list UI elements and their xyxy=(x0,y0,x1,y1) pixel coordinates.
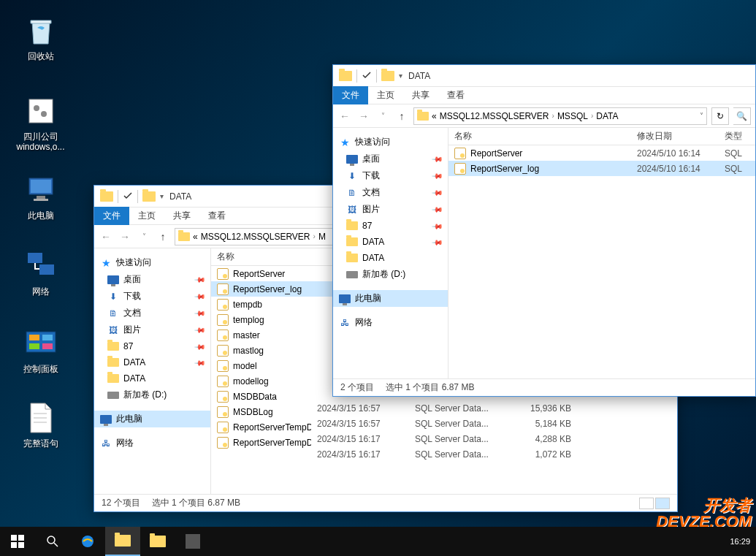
file-name: templog xyxy=(233,315,264,325)
nav-pictures[interactable]: 🖼图片📌 xyxy=(333,201,448,218)
system-tray[interactable]: 16:29 xyxy=(730,537,756,546)
forward-button[interactable]: → xyxy=(356,109,371,123)
file-type: SQL Server Data... xyxy=(409,449,504,460)
control-panel-icon[interactable]: 控制面板 xyxy=(13,326,68,374)
status-bar: 2 个项目 选中 1 个项目 6.87 MB xyxy=(333,378,755,396)
explorer-taskbar-icon[interactable] xyxy=(105,527,140,556)
checkmark-dropdown-icon[interactable] xyxy=(362,71,372,81)
file-type: SQL Server Data... xyxy=(409,419,504,429)
nav-this-pc[interactable]: 此电脑 xyxy=(94,411,210,427)
col-name[interactable]: 名称 xyxy=(448,130,631,142)
up-button[interactable]: ↑ xyxy=(394,109,409,123)
file-list[interactable]: ReportServer2024/5/10 16:14SQLReportServ… xyxy=(448,145,755,378)
titlebar[interactable]: ▾ DATA xyxy=(333,65,755,87)
file-row[interactable]: 2024/3/15 16:57SQL Server Data...5,184 K… xyxy=(311,416,676,431)
partial-file-rows: 2024/3/15 16:57SQL Server Data...15,936 … xyxy=(311,400,676,462)
navigation-pane[interactable]: ★快速访问 桌面📌 ⬇下载📌 🗎文档📌 🖼图片📌 87📌 DATA📌 DATA … xyxy=(94,248,211,494)
network-icon: 🖧 xyxy=(339,317,351,329)
tab-home[interactable]: 主页 xyxy=(368,86,403,104)
back-button[interactable]: ← xyxy=(337,109,352,123)
pin-icon: 📌 xyxy=(194,307,206,319)
database-file-icon xyxy=(217,299,229,311)
recent-dropdown[interactable]: ˅ xyxy=(375,109,390,123)
network-icon[interactable]: 网络 xyxy=(13,248,68,297)
taskbar[interactable]: 16:29 xyxy=(0,527,756,556)
file-row[interactable]: ReportServer_log2024/5/10 16:14SQL xyxy=(448,161,755,176)
nav-documents[interactable]: 🗎文档📌 xyxy=(94,305,210,321)
svg-rect-12 xyxy=(29,343,39,349)
nav-pictures[interactable]: 🖼图片📌 xyxy=(94,321,210,338)
database-file-icon xyxy=(217,437,229,449)
nav-folder-data[interactable]: DATA xyxy=(94,370,210,386)
column-headers[interactable]: 名称 修改日期 类型 xyxy=(448,128,755,145)
refresh-button[interactable]: ↻ xyxy=(711,107,729,125)
file-row[interactable]: ReportServer2024/5/10 16:14SQL xyxy=(448,145,755,161)
folder-icon xyxy=(346,237,358,246)
pin-icon: 📌 xyxy=(194,357,206,368)
tab-view[interactable]: 查看 xyxy=(438,86,473,104)
dropdown-icon[interactable]: ▾ xyxy=(399,72,402,80)
path-dropdown-icon[interactable]: ˅ xyxy=(700,112,703,120)
nav-folder-data[interactable]: DATA📌 xyxy=(333,234,448,250)
back-button[interactable]: ← xyxy=(99,229,113,244)
file-row[interactable]: 2024/3/15 16:17SQL Server Data...4,288 K… xyxy=(311,431,676,446)
tab-share[interactable]: 共享 xyxy=(164,207,199,225)
search-button[interactable]: 🔍 xyxy=(733,107,751,125)
start-button[interactable] xyxy=(0,527,35,556)
nav-network[interactable]: 🖧网络 xyxy=(333,314,448,331)
view-details-button[interactable] xyxy=(639,498,654,509)
this-pc-icon[interactable]: 此电脑 xyxy=(13,172,68,221)
nav-documents[interactable]: 🗎文档📌 xyxy=(333,184,448,201)
nav-drive[interactable]: 新加卷 (D:) xyxy=(333,266,448,283)
nav-folder-data[interactable]: DATA📌 xyxy=(94,354,210,370)
recycle-bin-icon[interactable]: 回收站 xyxy=(13,13,68,61)
svg-rect-17 xyxy=(11,535,17,541)
tab-share[interactable]: 共享 xyxy=(403,86,438,104)
text-file-icon[interactable]: 完整语句 xyxy=(13,400,68,449)
app-taskbar-icon[interactable] xyxy=(175,527,210,556)
nav-quick-access[interactable]: ★快速访问 xyxy=(94,254,210,271)
nav-downloads[interactable]: ⬇下载📌 xyxy=(94,288,210,305)
nav-this-pc[interactable]: 此电脑 xyxy=(333,290,448,307)
file-name: MSDBData xyxy=(233,392,277,402)
nav-quick-access[interactable]: ★快速访问 xyxy=(333,134,448,151)
clock[interactable]: 16:29 xyxy=(730,537,750,546)
file-name: modellog xyxy=(233,376,269,386)
breadcrumb[interactable]: « MSSQL12.MSSQLSERVER › MSSQL › DATA ˅ xyxy=(413,107,707,125)
nav-desktop[interactable]: 桌面📌 xyxy=(94,271,210,288)
download-icon: ⬇ xyxy=(346,170,358,182)
ie-taskbar-icon[interactable] xyxy=(70,527,105,556)
nav-drive[interactable]: 新加卷 (D:) xyxy=(94,386,210,403)
col-type[interactable]: 类型 xyxy=(719,130,755,142)
file-date: 2024/3/15 16:57 xyxy=(311,403,409,414)
explorer-window-2[interactable]: ▾ DATA 文件 主页 共享 查看 ← → ˅ ↑ « MSSQL12.MSS… xyxy=(332,64,756,397)
navigation-pane[interactable]: ★快速访问 桌面📌 ⬇下载📌 🗎文档📌 🖼图片📌 87📌 DATA📌 DATA … xyxy=(333,128,448,378)
file-row[interactable]: 2024/3/15 16:57SQL Server Data...15,936 … xyxy=(311,400,676,416)
tab-file[interactable]: 文件 xyxy=(333,86,368,104)
explorer-taskbar-icon[interactable] xyxy=(140,527,175,556)
tab-home[interactable]: 主页 xyxy=(129,207,164,225)
checkmark-dropdown-icon[interactable] xyxy=(123,191,133,202)
file-name: ReportServerTempDB xyxy=(233,422,318,433)
star-icon: ★ xyxy=(339,137,351,148)
tab-view[interactable]: 查看 xyxy=(199,207,234,225)
batch-file-icon[interactable]: 四川公司 windows,o... xyxy=(13,94,68,152)
selection-info: 选中 1 个项目 6.87 MB xyxy=(152,497,240,509)
search-button[interactable] xyxy=(35,527,70,556)
dropdown-icon[interactable]: ▾ xyxy=(160,192,164,200)
nav-network[interactable]: 🖧网络 xyxy=(94,435,210,452)
forward-button[interactable]: → xyxy=(118,229,132,244)
up-button[interactable]: ↑ xyxy=(156,229,170,244)
col-date[interactable]: 修改日期 xyxy=(631,130,719,142)
pc-icon xyxy=(100,415,112,424)
tab-file[interactable]: 文件 xyxy=(94,207,129,225)
document-icon: 🗎 xyxy=(346,187,358,199)
nav-desktop[interactable]: 桌面📌 xyxy=(333,151,448,167)
svg-point-1 xyxy=(34,105,39,111)
file-row[interactable]: 2024/3/15 16:17SQL Server Data...1,072 K… xyxy=(311,446,676,462)
nav-folder-data[interactable]: DATA xyxy=(333,250,448,266)
nav-folder-87[interactable]: 87📌 xyxy=(333,218,448,234)
nav-folder-87[interactable]: 87📌 xyxy=(94,338,210,354)
recent-dropdown[interactable]: ˅ xyxy=(137,229,151,244)
nav-downloads[interactable]: ⬇下载📌 xyxy=(333,167,448,184)
